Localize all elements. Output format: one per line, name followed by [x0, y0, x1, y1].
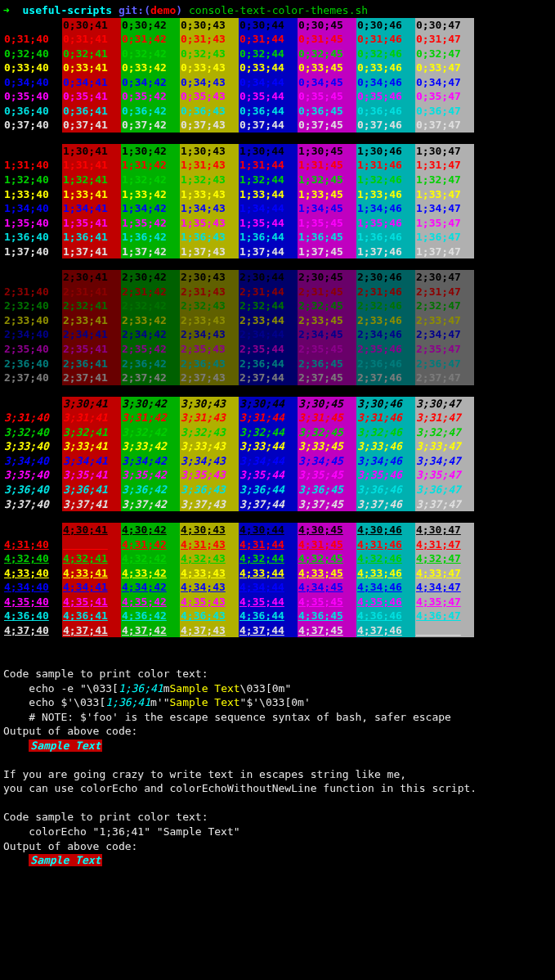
color-cell: 1;31;46 — [356, 158, 415, 173]
color-cell: 3;36;43 — [180, 483, 239, 497]
color-cell: 3;37;46 — [356, 497, 415, 512]
color-cell: 3;33;42 — [121, 439, 180, 454]
color-cell: 4;34;45 — [298, 580, 356, 595]
color-cell: 1;32;46 — [356, 173, 415, 187]
color-cell: 1;34;44 — [239, 201, 298, 216]
color-cell: 3;37;44 — [239, 497, 298, 512]
color-cell: 0;37;46 — [356, 118, 415, 133]
color-cell: 4;34;47 — [415, 580, 474, 595]
color-cell: 4;30;47 — [415, 523, 474, 537]
color-cell: 4;32;41 — [62, 551, 121, 566]
color-cell: 1;34;46 — [356, 201, 415, 216]
color-cell: 3;36;46 — [356, 483, 415, 497]
notes-line: echo -e "\033[ — [3, 682, 119, 695]
color-cell: 4;30;42 — [121, 523, 180, 537]
color-cell: 2;32;41 — [62, 299, 121, 313]
shell-prompt[interactable]: ➜ useful-scripts git:(demo) console-text… — [3, 3, 552, 18]
color-cell: 0;31;46 — [356, 32, 415, 47]
color-cell: 3;37;41 — [62, 497, 121, 512]
color-cell: 3;34;40 — [3, 454, 62, 469]
color-cell: 2;30;47 — [415, 270, 474, 285]
color-cell: 3;32;41 — [62, 425, 121, 440]
color-cell: 3;35;45 — [298, 468, 356, 483]
color-cell: 2;34;46 — [356, 327, 415, 342]
color-cell: 4;37;44 — [239, 623, 298, 638]
color-cell: 3;31;42 — [121, 411, 180, 425]
color-cell: 3;31;43 — [180, 411, 239, 425]
table-row: 4;33;404;33;414;33;424;33;434;33;444;33;… — [3, 566, 552, 581]
color-cell: 0;32;42 — [121, 47, 180, 61]
color-cell: 1;37;44 — [239, 245, 298, 259]
color-cell: 2;36;41 — [62, 357, 121, 371]
color-cell: 0;31;40 — [3, 32, 62, 47]
color-cell: 2;30;45 — [298, 270, 356, 285]
notes-line: you can use colorEcho and colorEchoWitho… — [3, 782, 477, 794]
color-cell: 0;35;45 — [298, 89, 356, 104]
color-cell: 4;34;46 — [356, 580, 415, 595]
color-cell: 1;31;45 — [298, 158, 356, 173]
color-cell: 0;36;45 — [298, 104, 356, 119]
color-cell: 0;35;42 — [121, 89, 180, 104]
color-cell: 4;35;43 — [180, 595, 239, 609]
color-cell: 4;30;44 — [239, 523, 298, 537]
color-cell: 0;32;44 — [239, 47, 298, 61]
color-cell: 1;36;45 — [298, 230, 356, 245]
color-cell: 3;35;40 — [3, 468, 62, 483]
table-row: 3;34;403;34;413;34;423;34;433;34;443;34;… — [3, 454, 552, 469]
color-cell: 4;35;46 — [356, 595, 415, 609]
color-cell: 4;33;43 — [180, 566, 239, 581]
notes-section: Code sample to print color text: echo -e… — [3, 652, 552, 867]
color-cell: 4;32;46 — [356, 551, 415, 566]
color-cell: 3;34;47 — [415, 454, 474, 469]
color-cell: 2;37;40 — [3, 371, 62, 385]
color-cell: 2;34;40 — [3, 327, 62, 342]
color-cell: 0;33;42 — [121, 61, 180, 75]
color-cell: 1;30;40 — [3, 144, 62, 159]
table-row: 0;35;400;35;410;35;420;35;430;35;440;35;… — [3, 89, 552, 104]
color-cell: 1;31;47 — [415, 158, 474, 173]
color-cell: 3;33;46 — [356, 439, 415, 454]
table-row: 0;34;400;34;410;34;420;34;430;34;440;34;… — [3, 75, 552, 90]
color-cell: 1;37;42 — [121, 245, 180, 259]
color-cell: 0;36;42 — [121, 104, 180, 119]
color-cell: 3;32;45 — [298, 425, 356, 440]
color-cell: 4;34;41 — [62, 580, 121, 595]
notes-line: Code sample to print color text: — [3, 668, 208, 680]
color-cell: 4;37;40 — [3, 623, 62, 638]
color-cell: 3;35;47 — [415, 468, 474, 483]
color-cell: 2;32;42 — [121, 299, 180, 313]
color-cell: 1;33;42 — [121, 187, 180, 202]
color-cell: 2;31;47 — [415, 285, 474, 299]
color-cell: 1;30;44 — [239, 144, 298, 159]
color-cell: 2;33;47 — [415, 313, 474, 328]
table-row: 0;36;400;36;410;36;420;36;430;36;440;36;… — [3, 104, 552, 119]
color-cell: 1;33;40 — [3, 187, 62, 202]
table-row: 2;36;402;36;412;36;422;36;432;36;442;36;… — [3, 357, 552, 371]
notes-line: Output of above code: — [3, 840, 137, 852]
color-cell: 4;36;46 — [356, 609, 415, 623]
color-theme-grid: 0;30;410;30;420;30;430;30;440;30;450;30;… — [3, 18, 552, 638]
color-cell: 0;37;41 — [62, 118, 121, 133]
table-row: 2;30;402;30;412;30;422;30;432;30;442;30;… — [3, 270, 552, 285]
color-cell: 3;36;47 — [415, 483, 474, 497]
color-cell: 3;37;42 — [121, 497, 180, 512]
color-cell: 2;33;42 — [121, 313, 180, 328]
color-cell: 1;32;44 — [239, 173, 298, 187]
prompt-git: git: — [119, 4, 144, 16]
color-cell: 1;33;41 — [62, 187, 121, 202]
color-cell: 1;35;47 — [415, 216, 474, 231]
color-cell: 4;31;43 — [180, 537, 239, 552]
color-cell: 2;30;44 — [239, 270, 298, 285]
color-cell: 4;30;45 — [298, 523, 356, 537]
color-cell: 2;35;41 — [62, 342, 121, 357]
color-cell: 2;34;42 — [121, 327, 180, 342]
color-cell: 3;34;43 — [180, 454, 239, 469]
color-cell: 4;35;40 — [3, 595, 62, 609]
color-cell: 4;37;43 — [180, 623, 239, 638]
color-cell: 3;31;40 — [3, 411, 62, 425]
color-cell: 2;31;46 — [356, 285, 415, 299]
color-cell: 1;34;40 — [3, 201, 62, 216]
color-cell: 1;36;40 — [3, 230, 62, 245]
color-cell: 2;31;42 — [121, 285, 180, 299]
color-cell: 2;32;46 — [356, 299, 415, 313]
